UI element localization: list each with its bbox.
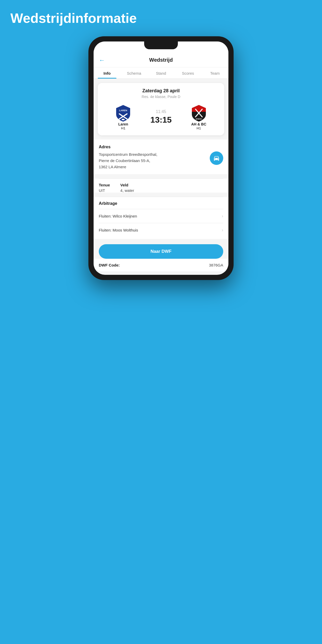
chevron-right-icon-2: › — [222, 227, 223, 233]
away-team-block: ah&bc AH & BC H1 — [183, 104, 214, 130]
tenue-value: UIT — [99, 188, 110, 193]
arbitrage-name-1: Fluiten: Wilco Kleijnen — [99, 214, 137, 218]
dwf-code-row: DWF Code: 3876GA — [94, 259, 228, 271]
address-value: Topsportcentrum Breedtesporthal,Pierre d… — [99, 151, 207, 170]
tenue-label: Tenue — [99, 183, 110, 187]
address-block: Adres Topsportcentrum Breedtesporthal,Pi… — [94, 139, 228, 174]
tab-scores[interactable]: Scores — [174, 67, 201, 79]
arbitrage-name-2: Fluiten: Moos Wolthuis — [99, 228, 138, 232]
tenue-veld-row: Tenue UIT Veld 4, water — [94, 179, 228, 193]
match-card: Zaterdag 28 april Res. 4e klasse, Poule … — [98, 83, 224, 135]
match-score: 13:15 — [150, 115, 172, 125]
home-team-name: Laren — [118, 122, 128, 126]
match-league: Res. 4e klasse, Poule D — [102, 95, 220, 99]
home-team-sub: H1 — [121, 126, 125, 130]
address-label: Adres — [99, 145, 223, 149]
arbitrage-section: Arbitrage Fluiten: Wilco Kleijnen › Flui… — [94, 197, 228, 239]
page-background-title: Wedstrijdinformatie — [5, 10, 137, 26]
tab-info[interactable]: Info — [94, 67, 121, 79]
away-team-logo: ah&bc — [190, 104, 208, 122]
tab-team[interactable]: Team — [201, 67, 228, 79]
arbitrage-item-1[interactable]: Fluiten: Wilco Kleijnen › — [99, 209, 223, 223]
app-header: ← Wedstrijd — [94, 53, 228, 67]
dwf-button[interactable]: Naar DWF — [99, 244, 223, 259]
arbitrage-item-2[interactable]: Fluiten: Moos Wolthuis › — [99, 223, 223, 237]
away-team-name: AH & BC — [191, 122, 206, 126]
veld-block: Veld 4, water — [120, 183, 134, 193]
tab-navigation: Info Schema Stand Scores Team — [94, 67, 228, 79]
svg-text:ah&bc: ah&bc — [195, 118, 202, 120]
veld-value: 4, water — [120, 188, 134, 193]
tab-schema[interactable]: Schema — [121, 67, 148, 79]
dwf-code-label: DWF Code: — [99, 263, 120, 267]
kickoff-time: 11:45 — [156, 109, 166, 114]
navigate-button[interactable] — [210, 151, 223, 165]
phone-shell: ← Wedstrijd Info Schema Stand Scores Tea… — [88, 36, 234, 280]
address-row: Topsportcentrum Breedtesporthal,Pierre d… — [99, 151, 223, 174]
tab-stand[interactable]: Stand — [148, 67, 174, 79]
header-title: Wedstrijd — [149, 57, 173, 63]
tenue-block: Tenue UIT — [99, 183, 110, 193]
svg-text:LAREN: LAREN — [119, 109, 127, 112]
chevron-right-icon-1: › — [222, 213, 223, 219]
back-button[interactable]: ← — [99, 57, 105, 64]
dwf-code-value: 3876GA — [209, 263, 223, 267]
match-date: Zaterdag 28 april — [102, 88, 220, 94]
svg-point-3 — [122, 119, 125, 120]
away-team-sub: H1 — [197, 126, 201, 130]
veld-label: Veld — [120, 183, 134, 187]
phone-screen: ← Wedstrijd Info Schema Stand Scores Tea… — [94, 41, 228, 275]
arbitrage-label: Arbitrage — [99, 201, 223, 206]
home-team-logo: LAREN — [114, 104, 132, 122]
score-block: 11:45 13:15 — [150, 109, 172, 125]
phone-notch — [144, 41, 178, 49]
match-teams: LAREN Laren H1 11:45 13:15 — [102, 104, 220, 130]
car-icon — [213, 155, 220, 162]
home-team-block: LAREN Laren H1 — [108, 104, 139, 130]
